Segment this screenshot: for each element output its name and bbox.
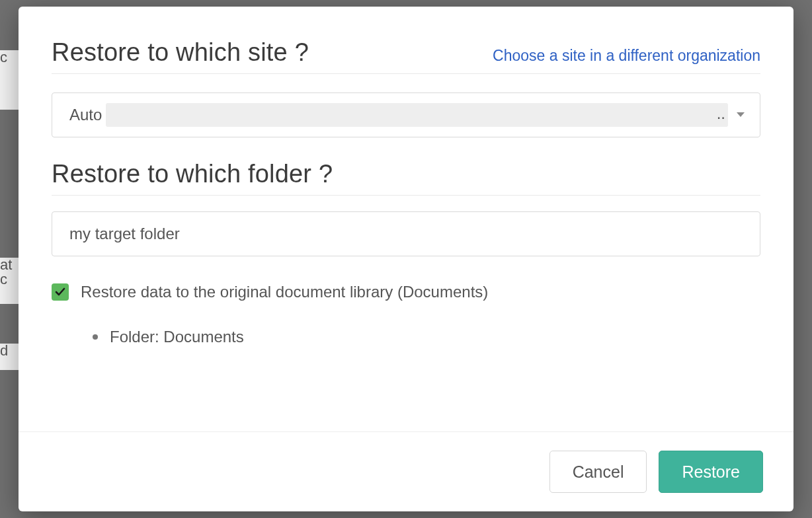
dialog-footer: Cancel Restore bbox=[19, 431, 793, 511]
target-folder-input[interactable] bbox=[52, 211, 760, 256]
folder-bullet-label: Folder: Documents bbox=[110, 328, 244, 346]
restore-dialog: Restore to which site ? Choose a site in… bbox=[19, 7, 793, 511]
chevron-down-icon bbox=[736, 109, 745, 121]
cancel-button[interactable]: Cancel bbox=[549, 451, 647, 493]
restore-original-label: Restore data to the original document li… bbox=[81, 283, 488, 301]
restore-original-option[interactable]: Restore data to the original document li… bbox=[52, 283, 760, 301]
restore-button[interactable]: Restore bbox=[659, 451, 763, 493]
bullet-icon bbox=[93, 334, 98, 340]
background-fragment: at c bbox=[0, 258, 19, 304]
background-fragment: c bbox=[0, 50, 19, 110]
background-fragment: d bbox=[0, 344, 19, 370]
dialog-body: Restore to which site ? Choose a site in… bbox=[19, 7, 793, 431]
site-heading-row: Restore to which site ? Choose a site in… bbox=[52, 38, 760, 74]
choose-org-link[interactable]: Choose a site in a different organizatio… bbox=[493, 47, 760, 65]
site-select-redacted bbox=[106, 103, 728, 127]
site-select[interactable]: Auto bbox=[52, 92, 760, 137]
checkbox-checked-icon[interactable] bbox=[52, 283, 69, 301]
restore-folder-title: Restore to which folder ? bbox=[52, 160, 333, 188]
restore-site-title: Restore to which site ? bbox=[52, 38, 309, 67]
folder-bullet-row: Folder: Documents bbox=[93, 328, 760, 346]
site-select-value: Auto bbox=[69, 106, 102, 124]
folder-heading-row: Restore to which folder ? bbox=[52, 160, 760, 196]
